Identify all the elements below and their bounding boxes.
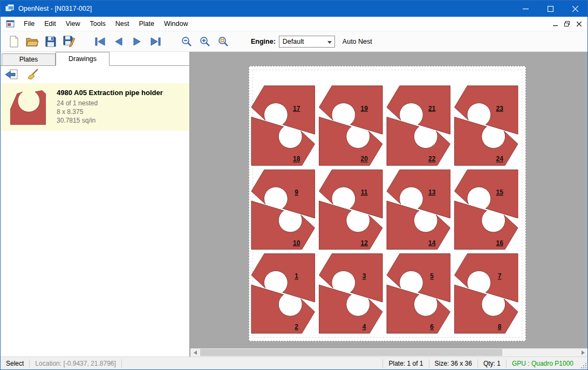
menu-file[interactable]: File	[19, 18, 39, 30]
menu-nest[interactable]: Nest	[111, 18, 134, 30]
minimize-button[interactable]	[513, 1, 538, 17]
window-title: OpenNest - [N0317-002]	[18, 5, 92, 12]
previous-plate-button[interactable]	[110, 33, 128, 50]
part-number-label: 21	[428, 105, 436, 112]
zoom-out-button[interactable]	[177, 33, 196, 50]
drawings-toolbar	[1, 66, 189, 83]
status-mode: Select	[1, 360, 29, 367]
part-number-label: 11	[361, 189, 368, 196]
nest-cell: 1516	[455, 170, 518, 249]
new-file-button[interactable]	[5, 33, 23, 50]
part-number-label: 24	[496, 155, 504, 163]
horizontal-scrollbar-thumb[interactable]	[200, 349, 502, 356]
auto-nest-label[interactable]: Auto Nest	[343, 38, 372, 45]
tab-strip: Plates Drawings	[1, 52, 189, 66]
nest-cell: 2324	[455, 86, 518, 165]
previous-plate-icon	[114, 37, 124, 46]
resize-grip[interactable]	[579, 361, 587, 369]
chevron-down-icon	[327, 41, 332, 44]
menu-window[interactable]: Window	[159, 18, 193, 30]
save-as-icon	[63, 36, 75, 47]
part-number-label: 15	[496, 189, 504, 196]
first-plate-button[interactable]	[91, 33, 110, 50]
menu-edit[interactable]: Edit	[39, 18, 61, 30]
part-number-label: 1	[295, 272, 298, 280]
last-plate-icon	[149, 37, 161, 46]
status-plate: Plate: 1 of 1	[383, 360, 428, 367]
zoom-out-icon	[181, 36, 192, 47]
mdi-close-icon	[577, 22, 582, 26]
mdi-minimize-icon	[553, 22, 558, 26]
nest-cell: 34	[319, 254, 382, 333]
part-number-label: 12	[361, 239, 368, 247]
part-number-label: 2	[295, 323, 298, 331]
part-number-label: 5	[430, 272, 434, 280]
part-number-label: 6	[430, 323, 434, 331]
nest-cell: 1920	[319, 86, 382, 165]
mdi-close-button[interactable]	[573, 18, 584, 29]
part-number-label: 20	[361, 155, 368, 163]
new-file-icon	[9, 36, 19, 48]
plate[interactable]: 171819202122232491011121314151612345678	[249, 66, 526, 341]
nest-cell: 78	[455, 254, 518, 333]
engine-label: Engine:	[251, 38, 276, 45]
drawing-title: 4980 A05 Extraction pipe holder	[57, 89, 163, 97]
save-as-button[interactable]	[60, 33, 78, 50]
engine-select[interactable]: Default	[279, 36, 335, 48]
open-file-button[interactable]	[23, 33, 42, 50]
part-number-label: 16	[496, 239, 504, 247]
nest-svg: 171819202122232491011121314151612345678	[249, 66, 525, 341]
drawing-area: 30.7815 sq/in	[57, 116, 163, 125]
document-icon	[6, 19, 15, 28]
save-button[interactable]	[42, 33, 60, 50]
last-plate-button[interactable]	[146, 33, 165, 50]
scroll-right-icon[interactable]	[578, 348, 587, 356]
menu-bar: File Edit View Tools Nest Plate Window	[1, 17, 587, 31]
scroll-left-icon[interactable]	[190, 348, 200, 356]
part-number-label: 23	[496, 105, 504, 112]
menu-plate[interactable]: Plate	[134, 18, 159, 30]
mdi-minimize-button[interactable]	[550, 18, 560, 29]
horizontal-scrollbar-row	[1, 348, 587, 356]
nest-cell: 2122	[387, 86, 450, 165]
part-number-label: 8	[498, 323, 502, 331]
horizontal-scrollbar[interactable]	[190, 348, 587, 356]
tab-drawings[interactable]: Drawings	[56, 52, 110, 66]
mdi-restore-button[interactable]	[562, 18, 572, 29]
next-plate-icon	[132, 37, 142, 46]
part-number-label: 10	[293, 239, 300, 247]
app-icon	[5, 4, 14, 13]
engine-select-value: Default	[283, 38, 304, 45]
menu-tools[interactable]: Tools	[85, 18, 111, 30]
part-number-label: 17	[293, 105, 300, 112]
status-bar: Select Location: [-0.9437, 21.8796] Plat…	[1, 356, 587, 369]
menu-view[interactable]: View	[61, 18, 85, 30]
status-gpu: GPU : Quadro P1000	[507, 360, 579, 367]
title-bar: OpenNest - [N0317-002]	[1, 1, 587, 17]
part-number-label: 19	[361, 105, 368, 112]
part-number-label: 4	[363, 323, 366, 331]
nest-cell: 1718	[251, 86, 315, 165]
close-button[interactable]	[563, 1, 587, 17]
broom-icon	[27, 69, 39, 80]
nest-canvas[interactable]: 171819202122232491011121314151612345678	[190, 52, 587, 348]
left-panel: Plates Drawings 4980 A05 E	[1, 52, 190, 348]
next-plate-button[interactable]	[128, 33, 146, 50]
part-number-label: 7	[498, 272, 502, 280]
status-size: Size: 36 x 36	[429, 360, 477, 367]
maximize-button[interactable]	[538, 1, 563, 17]
maximize-icon	[548, 6, 553, 12]
send-back-button[interactable]	[4, 68, 19, 82]
part-thumbnail	[8, 89, 48, 125]
drawing-list-item[interactable]: 4980 A05 Extraction pipe holder 24 of 1 …	[1, 83, 189, 131]
tab-plates[interactable]: Plates	[2, 53, 56, 65]
zoom-fit-button[interactable]	[214, 33, 233, 50]
main-toolbar: Engine: Default Auto Nest	[1, 31, 587, 52]
open-folder-icon	[26, 36, 39, 47]
clear-button[interactable]	[25, 68, 40, 82]
page-back-arrow-icon	[5, 69, 18, 80]
drawing-size: 8 x 8.375	[57, 107, 163, 116]
part-number-label: 22	[428, 155, 436, 163]
zoom-in-button[interactable]	[196, 33, 214, 50]
zoom-in-icon	[200, 36, 210, 47]
